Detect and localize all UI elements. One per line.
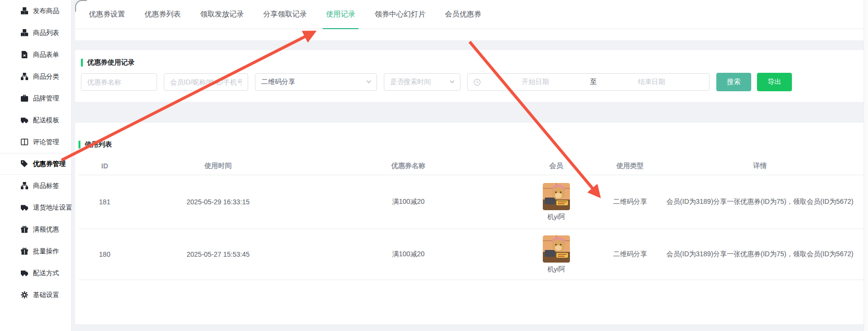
cell-member: 机yi阿 xyxy=(511,235,601,274)
sidebar-item-brand-management[interactable]: 品牌管理 xyxy=(0,87,71,109)
cell-id: 180 xyxy=(79,250,131,258)
sidebar-item-label: 商品列表 xyxy=(33,29,59,37)
tab-coupon-settings[interactable]: 优惠券设置 xyxy=(79,0,135,29)
tab-bar: 优惠券设置 优惠券列表 领取发放记录 分享领取记录 使用记录 领券中心幻灯片 会… xyxy=(75,0,864,29)
sidebar-item-label: 商品表单 xyxy=(33,50,59,59)
tag-icon xyxy=(21,160,29,168)
sidebar-item-coupon-management[interactable]: 优惠券管理 xyxy=(0,153,71,175)
cell-used-at: 2025-05-27 15:53:45 xyxy=(131,250,305,258)
sidebar-item-label: 商品分类 xyxy=(33,72,59,81)
truck-icon xyxy=(21,269,29,277)
coupon-admin-page: 发布商品 商品列表 商品表单 商品分类 品牌管理 配送模板 评论管理 优惠券管 xyxy=(0,0,868,331)
sidebar-item-label: 批量操作 xyxy=(33,247,59,256)
coupon-name-input[interactable] xyxy=(81,74,157,90)
tab-usage-records[interactable]: 使用记录 xyxy=(316,0,365,29)
sidebar-item-label: 优惠券管理 xyxy=(33,160,66,168)
sidebar-item-delivery-template[interactable]: 配送模板 xyxy=(0,109,71,131)
start-date-placeholder: 开始日期 xyxy=(484,78,587,86)
chevron-down-icon xyxy=(366,78,372,86)
sidebar-item-label: 发布商品 xyxy=(33,7,59,16)
tab-coupon-center-slides[interactable]: 领券中心幻灯片 xyxy=(365,0,435,29)
cell-coupon-name: 满100减20 xyxy=(305,198,511,206)
sidebar-item-publish-product[interactable]: 发布商品 xyxy=(0,0,71,22)
sidebar-item-label: 评论管理 xyxy=(33,138,59,147)
usage-type-select[interactable]: 二维码分享 xyxy=(255,73,377,91)
table-header-row: ID 使用时间 优惠券名称 会员 使用类型 详情 xyxy=(79,157,864,175)
sidebar-item-product-tags[interactable]: 商品标签 xyxy=(0,175,71,197)
sidebar-item-product-category[interactable]: 商品分类 xyxy=(0,66,71,87)
gear-icon xyxy=(21,291,29,299)
green-bar xyxy=(79,141,80,149)
cell-detail: 会员(ID为3189)分享一张优惠券(ID为75)，领取会员(ID为5672) xyxy=(659,198,861,206)
member-avatar xyxy=(543,235,570,263)
green-bar xyxy=(81,59,83,66)
time-search-select[interactable]: 是否搜索时间 xyxy=(384,73,460,91)
col-header-id: ID xyxy=(79,162,131,170)
tab-share-receive-records[interactable]: 分享领取记录 xyxy=(253,0,316,29)
clock-icon xyxy=(473,79,481,86)
vertical-scrollbar[interactable] xyxy=(864,0,868,331)
sitemap-icon xyxy=(21,73,29,81)
sidebar-item-delivery-method[interactable]: 配送方式 xyxy=(0,262,71,284)
member-avatar xyxy=(543,183,570,210)
gift-icon xyxy=(21,248,29,255)
member-name: 机yi阿 xyxy=(547,213,565,221)
sidebar-item-label: 基础设置 xyxy=(33,291,59,299)
date-range-picker[interactable]: 开始日期 至 结束日期 xyxy=(467,73,710,91)
tab-receive-issue-records[interactable]: 领取发放记录 xyxy=(190,0,253,29)
sidebar-item-product-list[interactable]: 商品列表 xyxy=(0,22,71,44)
col-header-detail: 详情 xyxy=(659,162,861,170)
cell-usage-type: 二维码分享 xyxy=(601,250,659,259)
cell-id: 181 xyxy=(79,198,131,206)
cell-member: 机yi阿 xyxy=(511,183,601,221)
chevron-down-icon xyxy=(449,78,455,86)
col-header-member: 会员 xyxy=(511,162,601,170)
sidebar-item-comment-management[interactable]: 评论管理 xyxy=(0,131,71,153)
file-icon xyxy=(21,51,29,59)
sidebar-item-return-address-settings[interactable]: 退货地址设置 xyxy=(0,197,71,218)
sidebar-item-full-amount-discount[interactable]: 满额优惠 xyxy=(0,218,71,240)
filter-row: 二维码分享 是否搜索时间 开始日期 至 结束日期 搜索 导出 xyxy=(81,73,864,91)
export-button[interactable]: 导出 xyxy=(757,73,792,91)
sidebar-item-label: 品牌管理 xyxy=(33,94,59,103)
cell-coupon-name: 满100减20 xyxy=(305,250,511,259)
filter-card: 优惠券使用记录 二维码分享 是否搜索时间 xyxy=(75,50,864,102)
end-date-placeholder: 结束日期 xyxy=(600,78,704,86)
usage-list-card: 使用列表 ID 使用时间 优惠券名称 会员 使用类型 详情 181 2025-0… xyxy=(75,123,864,324)
table-row: 180 2025-05-27 15:53:45 满100减20 机yi阿 二维码… xyxy=(79,229,864,280)
sidebar-item-label: 退货地址设置 xyxy=(33,203,72,212)
filter-section-title: 优惠券使用记录 xyxy=(81,58,864,67)
sitemap-icon xyxy=(21,182,29,190)
list-section-title: 使用列表 xyxy=(79,140,864,149)
cell-used-at: 2025-05-29 16:33:15 xyxy=(131,198,305,206)
cubes-icon xyxy=(21,7,29,15)
col-header-usage-type: 使用类型 xyxy=(601,162,659,170)
date-separator: 至 xyxy=(587,78,600,86)
tab-member-coupons[interactable]: 会员优惠券 xyxy=(435,0,491,29)
cubes-icon xyxy=(21,29,29,37)
sidebar-item-label: 配送方式 xyxy=(33,269,59,278)
col-header-coupon-name: 优惠券名称 xyxy=(305,162,511,170)
coupon-tabs-card: 优惠券设置 优惠券列表 领取发放记录 分享领取记录 使用记录 领券中心幻灯片 会… xyxy=(75,0,864,40)
sidebar: 发布商品 商品列表 商品表单 商品分类 品牌管理 配送模板 评论管理 优惠券管 xyxy=(0,0,72,331)
member-search-input-wrap xyxy=(164,73,248,91)
sidebar-item-batch-operations[interactable]: 批量操作 xyxy=(0,240,71,262)
sidebar-item-label: 配送模板 xyxy=(33,116,59,125)
coupon-name-input-wrap xyxy=(81,73,157,91)
sidebar-item-label: 商品标签 xyxy=(33,182,59,190)
sidebar-item-product-form[interactable]: 商品表单 xyxy=(0,44,71,66)
search-button[interactable]: 搜索 xyxy=(716,73,751,91)
member-search-input[interactable] xyxy=(164,74,248,90)
col-header-used-at: 使用时间 xyxy=(131,162,305,170)
sidebar-item-label: 满额优惠 xyxy=(33,225,59,234)
truck-icon xyxy=(21,116,29,124)
columns-icon xyxy=(21,138,29,146)
gift-icon xyxy=(21,226,29,233)
cell-detail: 会员(ID为3189)分享一张优惠券(ID为75)，领取会员(ID为5672) xyxy=(659,250,861,259)
tab-coupon-list[interactable]: 优惠券列表 xyxy=(135,0,190,29)
member-name: 机yi阿 xyxy=(547,265,565,274)
briefcase-icon xyxy=(21,95,29,102)
cell-usage-type: 二维码分享 xyxy=(601,198,659,206)
truck-icon xyxy=(21,204,29,212)
sidebar-item-basic-settings[interactable]: 基础设置 xyxy=(0,284,71,306)
